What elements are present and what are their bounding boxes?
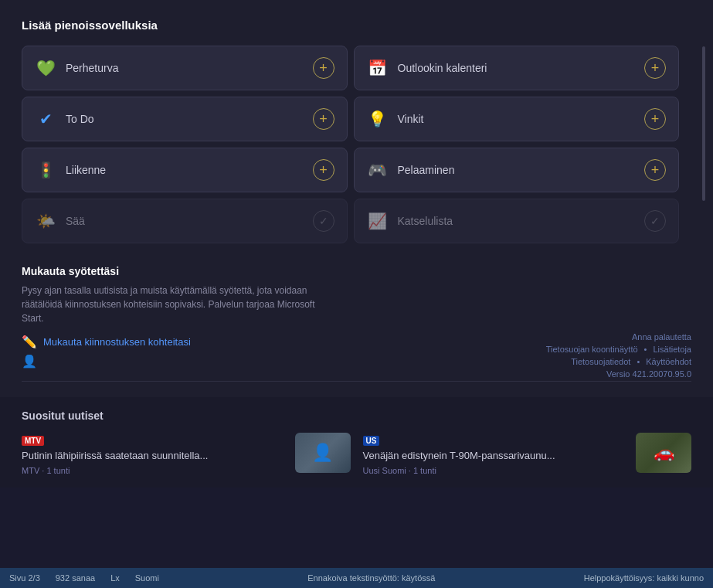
outlookin-kalenteri-label: Outlookin kalenteri — [398, 62, 487, 74]
perheturva-icon: 💚 — [35, 57, 56, 79]
widget-card-perheturva[interactable]: 💚 Perheturva + — [22, 46, 348, 90]
more-info-link[interactable]: Lisätietoja — [653, 345, 691, 354]
vinkit-label: Vinkit — [398, 113, 424, 125]
status-language[interactable]: Suomi — [135, 573, 159, 583]
to-do-icon: ✔ — [35, 108, 56, 130]
terms-row: Tietosuojatiedot • Käyttöehdot — [546, 357, 691, 366]
katselulista-icon: 📈 — [367, 210, 389, 232]
news-thumb-2: 🚗 — [636, 433, 691, 473]
version-text: Versio 421.20070.95.0 — [606, 369, 691, 379]
liikenne-add-button[interactable]: + — [313, 159, 334, 181]
status-words: 932 sanaa — [56, 573, 95, 583]
news-badge-1: MTV — [22, 436, 44, 446]
katselulista-label: Katselulista — [398, 215, 453, 227]
status-bar: Sivu 2/3 932 sanaa Lx Suomi Ennakoiva te… — [0, 568, 713, 588]
customize-title: Mukauta syötettäsi — [22, 265, 691, 277]
news-headline-2: Venäjän edistynein T-90M-panssarivaunu..… — [363, 449, 629, 463]
news-content-2: US Venäjän edistynein T-90M-panssarivaun… — [363, 433, 629, 475]
terms-link[interactable]: Käyttöehdot — [646, 357, 691, 366]
privacy-dashboard-link[interactable]: Tietosuojan koontinäyttö — [546, 345, 638, 354]
news-meta-2: Uusi Suomi · 1 tunti — [363, 466, 629, 475]
news-badge-2: US — [363, 436, 380, 446]
news-grid: MTV Putinin lähipiirissä saatetaan suunn… — [22, 433, 691, 475]
news-item-2[interactable]: US Venäjän edistynein T-90M-panssarivaun… — [363, 433, 692, 475]
outlookin-kalenteri-add-button[interactable]: + — [644, 57, 666, 79]
news-meta-1: MTV · 1 tunti — [22, 466, 287, 475]
pelaaminen-add-button[interactable]: + — [644, 159, 666, 181]
feedback-row: Anna palautetta — [546, 332, 691, 342]
status-zoom[interactable]: Lx — [110, 573, 120, 583]
widget-card-saa: 🌤️ Sää ✓ — [22, 199, 348, 243]
widget-card-liikenne[interactable]: 🚦 Liikenne + — [22, 148, 348, 192]
liikenne-label: Liikenne — [66, 164, 106, 176]
katselulista-check-button: ✓ — [644, 210, 666, 232]
vinkit-icon: 💡 — [367, 108, 389, 130]
vinkit-add-button[interactable]: + — [644, 108, 666, 130]
privacy-row: Tietosuojan koontinäyttö • Lisätietoja — [546, 345, 691, 354]
main-panel: Lisää pienoissovelluksia 💚 Perheturva + … — [0, 0, 713, 397]
saa-label: Sää — [66, 215, 85, 227]
news-thumb-1: 👤 — [295, 433, 351, 473]
status-accessibility: Helppokäyttöisyys: kaikki kunno — [584, 573, 704, 583]
news-section: Suositut uutiset MTV Putinin lähipiiriss… — [0, 397, 713, 488]
perheturva-add-button[interactable]: + — [313, 57, 334, 79]
to-do-add-button[interactable]: + — [313, 108, 334, 130]
dot-1: • — [644, 345, 647, 354]
to-do-label: To Do — [66, 113, 94, 125]
widget-grid: 💚 Perheturva + 📅 Outlookin kalenteri + ✔… — [22, 46, 691, 243]
feedback-link[interactable]: Anna palautetta — [632, 332, 691, 342]
widget-card-vinkit[interactable]: 💡 Vinkit + — [354, 97, 680, 141]
widget-card-pelaaminen[interactable]: 🎮 Pelaaminen + — [354, 148, 680, 192]
scrollbar[interactable] — [702, 46, 705, 201]
saa-icon: 🌤️ — [35, 210, 56, 232]
dot-2: • — [637, 357, 640, 366]
manage-icon: 👤 — [22, 354, 37, 369]
footer: Anna palautetta Tietosuojan koontinäyttö… — [546, 332, 691, 382]
news-headline-1: Putinin lähipiirissä saatetaan suunnitel… — [22, 449, 287, 463]
customize-description: Pysy ajan tasalla uutisista ja muista kä… — [22, 284, 315, 325]
news-item-1[interactable]: MTV Putinin lähipiirissä saatetaan suunn… — [22, 433, 351, 475]
perheturva-label: Perheturva — [66, 62, 118, 74]
liikenne-icon: 🚦 — [35, 159, 56, 181]
pelaaminen-label: Pelaaminen — [398, 164, 455, 176]
privacy-info-link[interactable]: Tietosuojatiedot — [571, 357, 630, 366]
news-title: Suositut uutiset — [22, 410, 691, 422]
news-content-1: MTV Putinin lähipiirissä saatetaan suunn… — [22, 433, 287, 475]
edit-icon: ✏️ — [22, 335, 37, 349]
widget-card-outlookin-kalenteri[interactable]: 📅 Outlookin kalenteri + — [354, 46, 680, 90]
status-page: Sivu 2/3 — [9, 573, 40, 583]
widget-card-to-do[interactable]: ✔ To Do + — [22, 97, 348, 141]
pelaaminen-icon: 🎮 — [367, 159, 389, 181]
version-row: Versio 421.20070.95.0 — [546, 369, 691, 379]
status-input: Ennakoiva tekstinsyöttö: käytössä — [175, 573, 569, 583]
section-title: Lisää pienoissovelluksia — [22, 19, 691, 32]
outlookin-kalenteri-icon: 📅 — [367, 57, 389, 79]
saa-check-button: ✓ — [313, 210, 334, 232]
widget-card-katselulista: 📈 Katselulista ✓ — [354, 199, 680, 243]
